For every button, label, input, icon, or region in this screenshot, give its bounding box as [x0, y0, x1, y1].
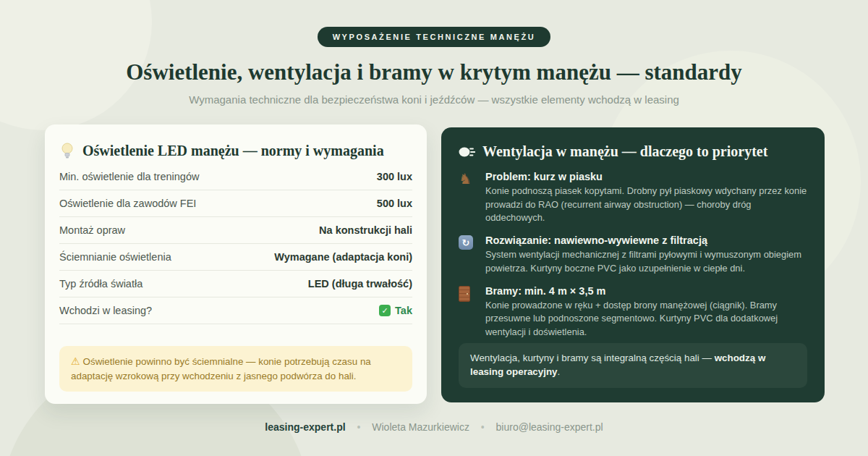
- horse-icon: ♞: [459, 171, 477, 225]
- dimming-warning: ⚠Oświetlenie powinno być ściemnialne — k…: [59, 346, 412, 392]
- item-content: Rozwiązanie: nawiewno-wywiewne z filtrac…: [485, 235, 807, 275]
- page-title: Oświetlenie, wentylacja i bramy w krytym…: [0, 59, 868, 85]
- row-value-leasing: ✓ Tak: [379, 305, 412, 316]
- item-body: System wentylacji mechanicznej z filtram…: [485, 248, 807, 275]
- table-row: Typ źródła światła LED (długa trwałość): [59, 271, 412, 297]
- ventilation-card-title: Wentylacja w manężu — dlaczego to priory…: [482, 143, 767, 160]
- row-value: LED (długa trwałość): [308, 278, 412, 290]
- list-item: ↻ Rozwiązanie: nawiewno-wywiewne z filtr…: [459, 235, 807, 275]
- row-value: 500 lux: [377, 198, 412, 209]
- note-text: Wentylacja, kurtyny i bramy są integraln…: [470, 352, 715, 363]
- footer-email: biuro@leasing-expert.pl: [496, 421, 603, 433]
- item-content: Bramy: min. 4 m × 3,5 m Konie prowadzone…: [485, 285, 807, 339]
- row-label: Wchodzi w leasing?: [59, 305, 152, 316]
- row-value: Wymagane (adaptacja koni): [274, 251, 412, 263]
- table-row: Wchodzi w leasing? ✓ Tak: [59, 297, 412, 324]
- item-title: Rozwiązanie: nawiewno-wywiewne z filtrac…: [485, 235, 807, 246]
- row-label: Oświetlenie dla zawodów FEI: [59, 198, 196, 209]
- lightbulb-icon: [59, 142, 75, 159]
- row-label: Typ źródła światła: [59, 278, 142, 290]
- footer-author: Wioleta Mazurkiewicz: [372, 421, 469, 433]
- warning-icon: ⚠: [71, 355, 80, 367]
- item-title: Problem: kurz w piasku: [485, 171, 807, 182]
- warning-text: Oświetlenie powinno być ściemnialne — ko…: [71, 356, 371, 381]
- ventilation-items: ♞ Problem: kurz w piasku Konie podnoszą …: [459, 171, 807, 339]
- refresh-icon: ↻: [459, 235, 477, 275]
- item-body: Konie podnoszą piasek kopytami. Drobny p…: [485, 185, 807, 225]
- item-content: Problem: kurz w piasku Konie podnoszą pi…: [485, 171, 807, 225]
- list-item: Bramy: min. 4 m × 3,5 m Konie prowadzone…: [459, 285, 807, 339]
- ventilation-card-header: Wentylacja w manężu — dlaczego to priory…: [459, 143, 807, 160]
- table-row: Montaż opraw Na konstrukcji hali: [59, 217, 412, 244]
- row-label: Montaż opraw: [59, 224, 125, 236]
- footer: leasing-expert.pl • Wioleta Mazurkiewicz…: [0, 421, 868, 433]
- ventilation-card: Wentylacja w manężu — dlaczego to priory…: [441, 127, 825, 402]
- lighting-card-title: Oświetlenie LED manężu — normy i wymagan…: [82, 143, 384, 159]
- wind-icon: [459, 145, 475, 159]
- main-content: Oświetlenie LED manężu — normy i wymagan…: [45, 124, 825, 404]
- note-suffix: .: [558, 366, 561, 377]
- table-row: Ściemnianie oświetlenia Wymagane (adapta…: [59, 244, 412, 271]
- footer-brand: leasing-expert.pl: [265, 421, 345, 433]
- page-subtitle: Wymagania techniczne dla bezpieczeństwa …: [0, 93, 868, 106]
- check-icon: ✓: [379, 305, 391, 316]
- category-badge: WYPOSAŻENIE TECHNICZNE MANĘŻU: [318, 27, 551, 47]
- lighting-card: Oświetlenie LED manężu — normy i wymagan…: [45, 124, 427, 404]
- list-item: ♞ Problem: kurz w piasku Konie podnoszą …: [459, 171, 807, 225]
- row-label: Min. oświetlenie dla treningów: [59, 171, 199, 182]
- leasing-note: Wentylacja, kurtyny i bramy są integraln…: [459, 343, 807, 388]
- table-row: Oświetlenie dla zawodów FEI 500 lux: [59, 190, 412, 217]
- table-row: Min. oświetlenie dla treningów 300 lux: [59, 164, 412, 190]
- lighting-card-header: Oświetlenie LED manężu — normy i wymagan…: [59, 142, 412, 159]
- header: WYPOSAŻENIE TECHNICZNE MANĘŻU Oświetleni…: [0, 27, 868, 106]
- footer-separator: •: [357, 421, 361, 433]
- row-label: Ściemnianie oświetlenia: [59, 251, 171, 263]
- door-icon: [459, 285, 477, 339]
- row-value: 300 lux: [377, 171, 412, 182]
- item-title: Bramy: min. 4 m × 3,5 m: [485, 285, 807, 297]
- item-body: Konie prowadzone w ręku + dostęp brony m…: [485, 299, 807, 339]
- leasing-yes-label: Tak: [395, 305, 412, 316]
- row-value: Na konstrukcji hali: [319, 224, 412, 236]
- footer-separator: •: [481, 421, 485, 433]
- lighting-spec-table: Min. oświetlenie dla treningów 300 lux O…: [59, 164, 412, 324]
